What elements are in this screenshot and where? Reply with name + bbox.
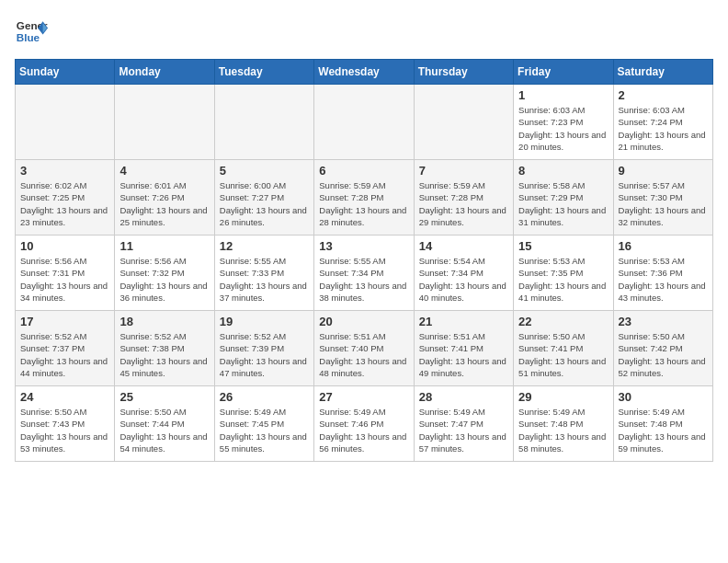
day-info: Sunrise: 6:01 AMSunset: 7:26 PMDaylight:… (119, 179, 209, 228)
calendar-cell: 22Sunrise: 5:50 AMSunset: 7:41 PMDayligh… (514, 311, 613, 386)
day-number: 18 (119, 315, 209, 328)
week-row-5: 24Sunrise: 5:50 AMSunset: 7:43 PMDayligh… (16, 386, 713, 462)
calendar-cell: 10Sunrise: 5:56 AMSunset: 7:31 PMDayligh… (16, 236, 115, 311)
calendar-cell: 19Sunrise: 5:52 AMSunset: 7:39 PMDayligh… (214, 311, 313, 386)
calendar-cell: 21Sunrise: 5:51 AMSunset: 7:41 PMDayligh… (414, 311, 513, 386)
page-header: General Blue (15, 15, 713, 48)
weekday-header-row: SundayMondayTuesdayWednesdayThursdayFrid… (16, 60, 713, 85)
day-number: 17 (20, 315, 109, 328)
calendar-cell (314, 85, 414, 160)
calendar-cell: 9Sunrise: 5:57 AMSunset: 7:30 PMDaylight… (613, 160, 712, 236)
day-number: 8 (518, 164, 608, 178)
day-info: Sunrise: 5:59 AMSunset: 7:28 PMDaylight:… (319, 179, 408, 228)
weekday-header-tuesday: Tuesday (214, 60, 313, 85)
day-info: Sunrise: 5:50 AMSunset: 7:44 PMDaylight:… (119, 406, 209, 454)
day-info: Sunrise: 5:49 AMSunset: 7:48 PMDaylight:… (518, 406, 608, 454)
calendar-cell: 18Sunrise: 5:52 AMSunset: 7:38 PMDayligh… (115, 311, 214, 386)
calendar-cell: 14Sunrise: 5:54 AMSunset: 7:34 PMDayligh… (414, 236, 513, 311)
calendar-cell: 1Sunrise: 6:03 AMSunset: 7:23 PMDaylight… (514, 85, 613, 160)
calendar-cell: 28Sunrise: 5:49 AMSunset: 7:47 PMDayligh… (414, 386, 513, 462)
day-number: 22 (518, 315, 608, 328)
day-info: Sunrise: 5:51 AMSunset: 7:41 PMDaylight:… (419, 330, 508, 379)
calendar-cell: 13Sunrise: 5:55 AMSunset: 7:34 PMDayligh… (314, 236, 414, 311)
day-number: 30 (619, 390, 708, 404)
calendar-cell: 16Sunrise: 5:53 AMSunset: 7:36 PMDayligh… (613, 236, 712, 311)
day-number: 9 (619, 164, 708, 178)
calendar-cell: 26Sunrise: 5:49 AMSunset: 7:45 PMDayligh… (214, 386, 313, 462)
day-number: 25 (119, 390, 209, 404)
day-info: Sunrise: 5:50 AMSunset: 7:41 PMDaylight:… (518, 330, 608, 379)
calendar-cell: 30Sunrise: 5:49 AMSunset: 7:48 PMDayligh… (613, 386, 712, 462)
day-number: 15 (518, 239, 608, 253)
day-info: Sunrise: 5:52 AMSunset: 7:39 PMDaylight:… (220, 330, 309, 379)
day-number: 14 (419, 239, 508, 253)
day-number: 7 (419, 164, 508, 178)
weekday-header-sunday: Sunday (16, 60, 115, 85)
day-number: 27 (319, 390, 408, 404)
calendar-cell: 25Sunrise: 5:50 AMSunset: 7:44 PMDayligh… (115, 386, 214, 462)
day-number: 4 (119, 164, 209, 178)
calendar-cell: 15Sunrise: 5:53 AMSunset: 7:35 PMDayligh… (514, 236, 613, 311)
day-number: 19 (220, 315, 309, 328)
day-info: Sunrise: 6:02 AMSunset: 7:25 PMDaylight:… (20, 179, 109, 228)
calendar-cell: 2Sunrise: 6:03 AMSunset: 7:24 PMDaylight… (613, 85, 712, 160)
day-info: Sunrise: 5:57 AMSunset: 7:30 PMDaylight:… (619, 179, 708, 228)
day-number: 13 (319, 239, 408, 253)
day-info: Sunrise: 5:49 AMSunset: 7:46 PMDaylight:… (319, 406, 408, 454)
day-info: Sunrise: 5:49 AMSunset: 7:47 PMDaylight:… (419, 406, 508, 454)
calendar-cell: 4Sunrise: 6:01 AMSunset: 7:26 PMDaylight… (115, 160, 214, 236)
logo-icon: General Blue (15, 15, 48, 48)
day-info: Sunrise: 5:55 AMSunset: 7:34 PMDaylight:… (319, 255, 408, 304)
day-number: 28 (419, 390, 508, 404)
day-info: Sunrise: 5:50 AMSunset: 7:42 PMDaylight:… (619, 330, 708, 379)
week-row-4: 17Sunrise: 5:52 AMSunset: 7:37 PMDayligh… (16, 311, 713, 386)
calendar-cell: 23Sunrise: 5:50 AMSunset: 7:42 PMDayligh… (613, 311, 712, 386)
day-number: 11 (119, 239, 209, 253)
calendar-cell (214, 85, 313, 160)
day-number: 16 (619, 239, 708, 253)
calendar-table: SundayMondayTuesdayWednesdayThursdayFrid… (15, 59, 713, 462)
day-number: 10 (20, 239, 109, 253)
day-number: 3 (20, 164, 109, 178)
calendar-cell (16, 85, 115, 160)
svg-text:Blue: Blue (17, 31, 40, 43)
calendar-cell: 11Sunrise: 5:56 AMSunset: 7:32 PMDayligh… (115, 236, 214, 311)
day-number: 5 (220, 164, 309, 178)
week-row-1: 1Sunrise: 6:03 AMSunset: 7:23 PMDaylight… (16, 85, 713, 160)
calendar-cell: 12Sunrise: 5:55 AMSunset: 7:33 PMDayligh… (214, 236, 313, 311)
day-info: Sunrise: 5:58 AMSunset: 7:29 PMDaylight:… (518, 179, 608, 228)
day-info: Sunrise: 5:55 AMSunset: 7:33 PMDaylight:… (220, 255, 309, 304)
calendar-cell: 29Sunrise: 5:49 AMSunset: 7:48 PMDayligh… (514, 386, 613, 462)
calendar-cell: 3Sunrise: 6:02 AMSunset: 7:25 PMDaylight… (16, 160, 115, 236)
day-info: Sunrise: 5:54 AMSunset: 7:34 PMDaylight:… (419, 255, 508, 304)
day-number: 26 (220, 390, 309, 404)
weekday-header-saturday: Saturday (613, 60, 712, 85)
day-number: 1 (518, 88, 608, 102)
day-number: 23 (619, 315, 708, 328)
day-info: Sunrise: 5:53 AMSunset: 7:36 PMDaylight:… (619, 255, 708, 304)
logo: General Blue (15, 15, 48, 48)
calendar-cell: 7Sunrise: 5:59 AMSunset: 7:28 PMDaylight… (414, 160, 513, 236)
calendar-cell (414, 85, 513, 160)
week-row-2: 3Sunrise: 6:02 AMSunset: 7:25 PMDaylight… (16, 160, 713, 236)
day-number: 20 (319, 315, 408, 328)
day-info: Sunrise: 6:03 AMSunset: 7:23 PMDaylight:… (518, 104, 608, 153)
day-info: Sunrise: 5:56 AMSunset: 7:32 PMDaylight:… (119, 255, 209, 304)
day-number: 2 (619, 88, 708, 102)
weekday-header-monday: Monday (115, 60, 214, 85)
day-info: Sunrise: 5:59 AMSunset: 7:28 PMDaylight:… (419, 179, 508, 228)
day-info: Sunrise: 5:49 AMSunset: 7:48 PMDaylight:… (619, 406, 708, 454)
day-info: Sunrise: 5:52 AMSunset: 7:37 PMDaylight:… (20, 330, 109, 379)
day-info: Sunrise: 6:00 AMSunset: 7:27 PMDaylight:… (220, 179, 309, 228)
calendar-cell: 20Sunrise: 5:51 AMSunset: 7:40 PMDayligh… (314, 311, 414, 386)
day-info: Sunrise: 5:49 AMSunset: 7:45 PMDaylight:… (220, 406, 309, 454)
calendar-cell: 5Sunrise: 6:00 AMSunset: 7:27 PMDaylight… (214, 160, 313, 236)
day-info: Sunrise: 5:53 AMSunset: 7:35 PMDaylight:… (518, 255, 608, 304)
day-number: 21 (419, 315, 508, 328)
day-number: 24 (20, 390, 109, 404)
day-info: Sunrise: 5:50 AMSunset: 7:43 PMDaylight:… (20, 406, 109, 454)
week-row-3: 10Sunrise: 5:56 AMSunset: 7:31 PMDayligh… (16, 236, 713, 311)
day-info: Sunrise: 6:03 AMSunset: 7:24 PMDaylight:… (619, 104, 708, 153)
weekday-header-thursday: Thursday (414, 60, 513, 85)
calendar-cell: 27Sunrise: 5:49 AMSunset: 7:46 PMDayligh… (314, 386, 414, 462)
